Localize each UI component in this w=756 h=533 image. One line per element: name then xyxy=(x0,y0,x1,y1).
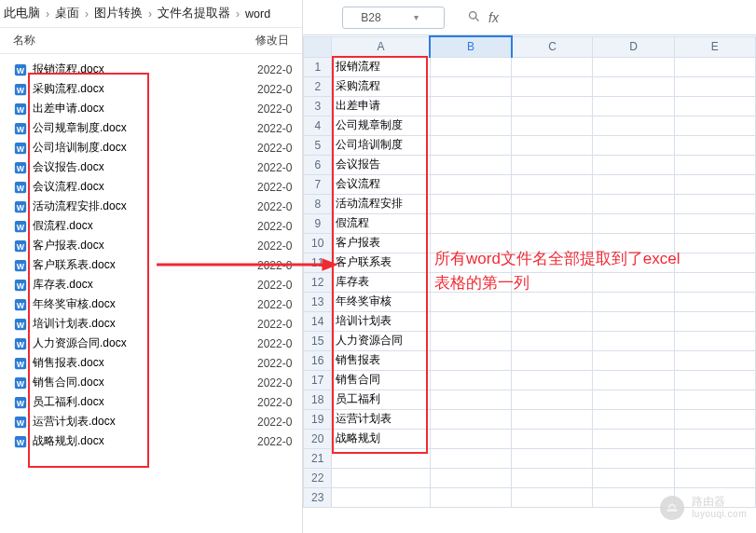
cell[interactable] xyxy=(430,253,511,272)
cell[interactable] xyxy=(674,468,755,487)
row-header[interactable]: 14 xyxy=(304,311,332,331)
cell[interactable] xyxy=(593,311,674,331)
file-row[interactable]: W销售报表.docx2022-0 xyxy=(0,353,302,373)
cell[interactable] xyxy=(430,448,511,468)
cell[interactable] xyxy=(512,448,593,468)
file-row[interactable]: W会议流程.docx2022-0 xyxy=(0,177,302,197)
cell[interactable] xyxy=(512,96,593,116)
spreadsheet-grid[interactable]: A B C D E 1报销流程2采购流程3出差申请4公司规章制度5公司培训制度6… xyxy=(303,35,756,508)
cell[interactable]: 年终奖审核 xyxy=(332,292,431,311)
cell[interactable]: 采购流程 xyxy=(332,76,431,96)
cell[interactable] xyxy=(430,292,511,311)
cell[interactable]: 人力资源合同 xyxy=(332,331,431,350)
file-row[interactable]: W采购流程.docx2022-0 xyxy=(0,79,302,99)
breadcrumb-item[interactable]: 图片转换 xyxy=(94,6,143,21)
row-header[interactable]: 9 xyxy=(304,213,332,233)
cell[interactable] xyxy=(332,468,431,487)
file-row[interactable]: W客户联系表.docx2022-0 xyxy=(0,255,302,275)
cell[interactable] xyxy=(674,155,755,174)
col-header-D[interactable]: D xyxy=(593,36,674,57)
col-header-B[interactable]: B xyxy=(430,36,511,57)
cell[interactable] xyxy=(512,253,593,272)
row-header[interactable]: 23 xyxy=(304,487,332,507)
row-header[interactable]: 1 xyxy=(304,57,332,76)
cell[interactable]: 公司规章制度 xyxy=(332,116,431,135)
file-row[interactable]: W活动流程安排.docx2022-0 xyxy=(0,197,302,216)
cell[interactable] xyxy=(593,57,674,76)
cell[interactable]: 公司培训制度 xyxy=(332,135,431,155)
cell[interactable]: 库存表 xyxy=(332,272,431,292)
cell[interactable] xyxy=(674,429,755,448)
cell[interactable] xyxy=(430,194,511,213)
cell[interactable] xyxy=(512,194,593,213)
cell[interactable]: 假流程 xyxy=(332,213,431,233)
row-header[interactable]: 3 xyxy=(304,96,332,116)
cell[interactable]: 销售报表 xyxy=(332,350,431,370)
cell[interactable] xyxy=(430,272,511,292)
cell[interactable]: 销售合同 xyxy=(332,370,431,390)
cell[interactable] xyxy=(512,213,593,233)
cell[interactable] xyxy=(674,272,755,292)
cell[interactable] xyxy=(430,390,511,409)
cell[interactable]: 活动流程安排 xyxy=(332,194,431,213)
cell[interactable]: 客户联系表 xyxy=(332,253,431,272)
cell[interactable]: 战略规划 xyxy=(332,429,431,448)
cell[interactable] xyxy=(430,76,511,96)
cell[interactable] xyxy=(430,155,511,174)
cell[interactable] xyxy=(593,135,674,155)
cell[interactable] xyxy=(674,331,755,350)
row-header[interactable]: 4 xyxy=(304,116,332,135)
cell[interactable] xyxy=(512,272,593,292)
cell[interactable] xyxy=(332,448,431,468)
cell[interactable]: 运营计划表 xyxy=(332,409,431,429)
row-header[interactable]: 8 xyxy=(304,194,332,213)
cell[interactable] xyxy=(430,370,511,390)
cell[interactable] xyxy=(593,96,674,116)
cell[interactable]: 会议流程 xyxy=(332,174,431,194)
cell[interactable] xyxy=(674,350,755,370)
cell[interactable] xyxy=(512,174,593,194)
cell[interactable] xyxy=(674,448,755,468)
cell[interactable] xyxy=(512,331,593,350)
cell[interactable] xyxy=(512,292,593,311)
cell[interactable] xyxy=(430,487,511,507)
breadcrumb-item[interactable]: word xyxy=(245,7,270,20)
file-row[interactable]: W客户报表.docx2022-0 xyxy=(0,236,302,255)
row-header[interactable]: 12 xyxy=(304,272,332,292)
cell[interactable] xyxy=(430,350,511,370)
column-name-header[interactable]: 名称 xyxy=(0,33,255,48)
cell[interactable] xyxy=(430,468,511,487)
cell[interactable] xyxy=(674,253,755,272)
cell[interactable] xyxy=(512,350,593,370)
cell[interactable] xyxy=(674,213,755,233)
cell[interactable]: 员工福利 xyxy=(332,390,431,409)
file-row[interactable]: W培训计划表.docx2022-0 xyxy=(0,314,302,334)
cell[interactable] xyxy=(512,487,593,507)
cell[interactable]: 报销流程 xyxy=(332,57,431,76)
cell[interactable] xyxy=(512,233,593,253)
cell-reference-box[interactable]: B28 ▾ xyxy=(342,7,445,29)
row-header[interactable]: 19 xyxy=(304,409,332,429)
row-header[interactable]: 6 xyxy=(304,155,332,174)
file-row[interactable]: W出差申请.docx2022-0 xyxy=(0,99,302,118)
row-header[interactable]: 7 xyxy=(304,174,332,194)
cell[interactable] xyxy=(512,135,593,155)
cell[interactable] xyxy=(674,135,755,155)
cell[interactable] xyxy=(512,116,593,135)
select-all-corner[interactable] xyxy=(304,36,332,57)
cell[interactable] xyxy=(593,331,674,350)
cell[interactable] xyxy=(430,96,511,116)
cell[interactable] xyxy=(430,174,511,194)
cell[interactable] xyxy=(430,311,511,331)
cell[interactable] xyxy=(430,331,511,350)
cell[interactable] xyxy=(674,370,755,390)
cell[interactable] xyxy=(430,233,511,253)
cell[interactable] xyxy=(593,174,674,194)
search-icon[interactable] xyxy=(467,9,481,26)
row-header[interactable]: 5 xyxy=(304,135,332,155)
cell[interactable] xyxy=(674,57,755,76)
cell[interactable] xyxy=(593,409,674,429)
cell[interactable] xyxy=(674,233,755,253)
cell[interactable] xyxy=(593,370,674,390)
file-row[interactable]: W会议报告.docx2022-0 xyxy=(0,157,302,177)
